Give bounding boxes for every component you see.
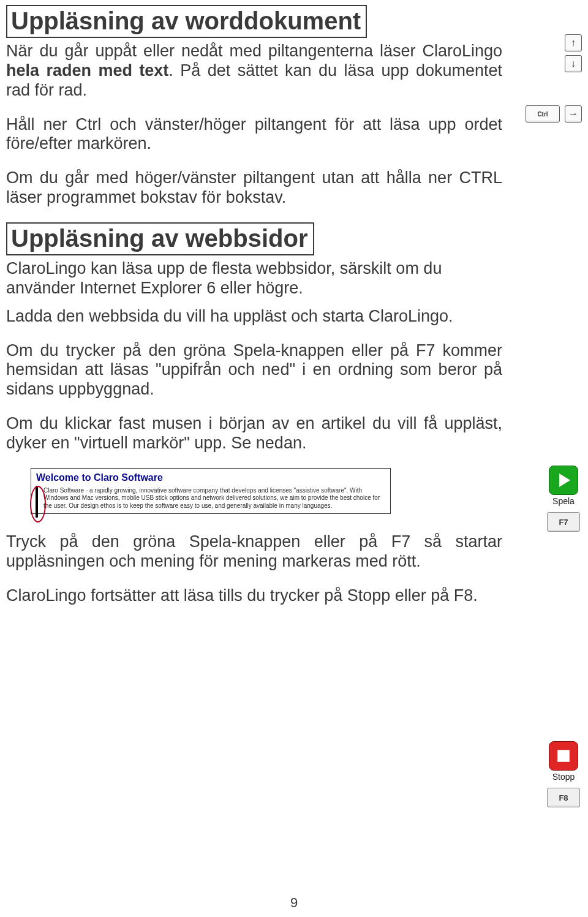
play-label: Spela bbox=[545, 496, 582, 506]
up-arrow-key: ↑ bbox=[565, 34, 582, 51]
para-web-virtual-cursor: Om du klickar fast musen i början av en … bbox=[6, 414, 502, 453]
web-screenshot: Welcome to Claro Software Claro Software… bbox=[31, 468, 391, 515]
right-arrow-key: → bbox=[565, 105, 582, 123]
ctrl-right-keys: Ctrl → bbox=[526, 105, 582, 123]
para-arrows-read-line: När du går uppåt eller nedåt med piltang… bbox=[6, 42, 502, 100]
stop-icon bbox=[549, 741, 578, 771]
heading-word-documents: Uppläsning av worddokument bbox=[6, 5, 367, 38]
arrow-keys-up-down: ↑ ↓ bbox=[565, 34, 582, 72]
f8-key: F8 bbox=[547, 788, 580, 807]
down-arrow-key: ↓ bbox=[565, 55, 582, 72]
play-button-group: Spela F7 bbox=[545, 466, 582, 532]
web-screenshot-body: Claro Software - a rapidly growing, inno… bbox=[36, 487, 385, 510]
stop-label: Stopp bbox=[545, 772, 582, 782]
para-web-play-f7: Om du trycker på den gröna Spela-knappen… bbox=[6, 341, 502, 400]
heading-webpages: Uppläsning av webbsidor bbox=[6, 222, 314, 255]
stop-button-group: Stopp F8 bbox=[545, 741, 582, 807]
web-screenshot-title: Welcome to Claro Software bbox=[36, 472, 385, 483]
para-web-stop-f8: ClaroLingo fortsätter att läsa tills du … bbox=[6, 586, 502, 606]
para-web-intro: ClaroLingo kan läsa upp de flesta webbsi… bbox=[6, 259, 502, 298]
para-web-start-reading: Tryck på den gröna Spela-knappen eller p… bbox=[6, 532, 502, 572]
play-icon bbox=[549, 466, 578, 495]
virtual-cursor-marker bbox=[32, 486, 41, 520]
page-number: 9 bbox=[0, 895, 588, 911]
para-ctrl-arrow-word: Håll ner Ctrl och vänster/höger piltange… bbox=[6, 115, 502, 154]
ctrl-key: Ctrl bbox=[526, 105, 560, 123]
para-web-load: Ladda den webbsida du vill ha uppläst oc… bbox=[6, 307, 502, 326]
f7-key: F7 bbox=[547, 512, 580, 532]
para-arrow-letter: Om du går med höger/vänster piltangent u… bbox=[6, 168, 502, 208]
